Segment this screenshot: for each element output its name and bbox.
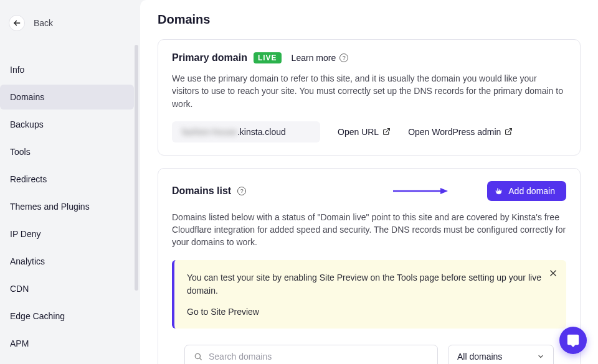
sidebar-item-tools[interactable]: Tools: [0, 139, 134, 164]
primary-domain-blurred: fashion-house: [182, 127, 237, 137]
open-url-label: Open URL: [338, 127, 379, 137]
open-url-link[interactable]: Open URL: [338, 127, 391, 137]
sidebar-item-backups[interactable]: Backups: [0, 112, 134, 137]
page-title: Domains: [158, 12, 581, 27]
svg-line-1: [386, 129, 390, 133]
sidebar-item-edge-caching[interactable]: Edge Caching: [0, 304, 134, 329]
help-icon[interactable]: ?: [237, 187, 246, 195]
main-content: Domains Primary domain LIVE Learn more ?…: [140, 0, 598, 364]
back-button[interactable]: Back: [0, 11, 134, 42]
search-icon: [194, 352, 202, 361]
add-domain-label: Add domain: [508, 186, 555, 196]
learn-more-label: Learn more: [292, 53, 336, 63]
svg-line-2: [508, 129, 512, 133]
primary-domain-pill: fashion-house.kinsta.cloud: [172, 121, 320, 142]
close-icon[interactable]: [549, 269, 558, 278]
filter-selected-label: All domains: [457, 352, 502, 362]
sidebar-item-manage-users[interactable]: Manage users: [0, 358, 134, 364]
svg-line-8: [200, 358, 202, 360]
domains-list-heading: Domains list: [172, 185, 231, 197]
annotation-arrow-icon: [392, 186, 448, 196]
learn-more-link[interactable]: Learn more ?: [292, 53, 349, 63]
add-domain-button[interactable]: Add domain: [487, 181, 566, 201]
search-domains-box[interactable]: [184, 345, 438, 364]
chevron-down-icon: [537, 353, 544, 360]
open-wordpress-label: Open WordPress admin: [408, 127, 501, 137]
cursor-hand-icon: [493, 186, 503, 196]
domain-filter-select[interactable]: All domains: [448, 345, 554, 364]
svg-marker-4: [440, 188, 448, 194]
search-domains-input[interactable]: [209, 352, 429, 362]
sidebar-item-themes-and-plugins[interactable]: Themes and Plugins: [0, 194, 134, 219]
sidebar: Back Info Domains Backups Tools Redirect…: [0, 0, 140, 364]
sidebar-item-cdn[interactable]: CDN: [0, 276, 134, 301]
back-label: Back: [34, 18, 53, 28]
sidebar-item-analytics[interactable]: Analytics: [0, 249, 134, 274]
chat-icon: [566, 334, 580, 347]
site-preview-notice: You can test your site by enabling Site …: [172, 260, 566, 329]
external-link-icon: [382, 128, 391, 136]
notice-text: You can test your site by enabling Site …: [187, 271, 554, 297]
sidebar-item-info[interactable]: Info: [0, 57, 134, 82]
primary-domain-suffix: .kinsta.cloud: [237, 127, 286, 137]
live-badge: LIVE: [254, 52, 282, 63]
sidebar-item-apm[interactable]: APM: [0, 331, 134, 356]
primary-domain-heading: Primary domain: [172, 52, 247, 63]
chat-support-button[interactable]: [559, 327, 587, 354]
sidebar-item-ip-deny[interactable]: IP Deny: [0, 222, 134, 246]
domains-list-card: Domains list ? Add domain Domains listed…: [158, 168, 581, 364]
sidebar-scrollbar[interactable]: [135, 45, 138, 291]
primary-domain-description: We use the primary domain to refer to th…: [172, 72, 566, 110]
notice-link[interactable]: Go to Site Preview: [187, 307, 259, 317]
help-icon: ?: [339, 54, 348, 62]
sidebar-item-domains[interactable]: Domains: [0, 85, 134, 110]
open-wordpress-link[interactable]: Open WordPress admin: [408, 127, 513, 137]
back-arrow-icon: [9, 15, 25, 31]
primary-domain-card: Primary domain LIVE Learn more ? We use …: [158, 39, 581, 156]
sidebar-nav: Info Domains Backups Tools Redirects The…: [0, 57, 134, 364]
domains-list-description: Domains listed below with a status of "D…: [172, 211, 566, 249]
sidebar-item-redirects[interactable]: Redirects: [0, 167, 134, 192]
external-link-icon: [505, 128, 513, 136]
